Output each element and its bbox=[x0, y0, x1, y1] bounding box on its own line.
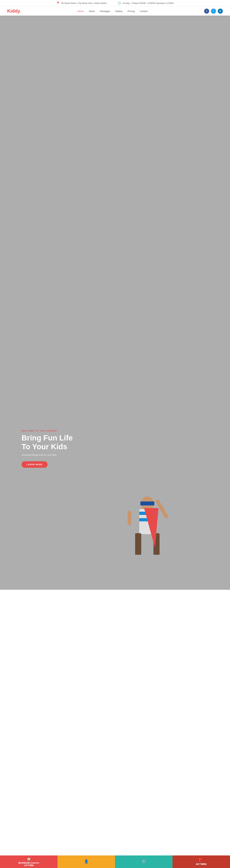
kid-arm-down bbox=[127, 511, 131, 525]
logo-dot: . bbox=[20, 8, 21, 13]
clock-icon: 🕐 bbox=[117, 1, 121, 5]
address-text: 66 Street Name, City Name here, United S… bbox=[61, 2, 107, 4]
superhero-area bbox=[119, 428, 176, 590]
logo-text: Kiddy bbox=[7, 8, 20, 13]
hero-section: WELCOME TO THE KIDZONE Bring Fun Life To… bbox=[0, 16, 230, 590]
kid-figure bbox=[131, 496, 164, 590]
linkedin-icon[interactable]: in bbox=[218, 9, 223, 13]
settings-icon: ⚙️ bbox=[142, 859, 146, 864]
cape bbox=[144, 508, 159, 548]
bottom-bar: 🏠 我们的地址是Companies/公司 IT/网络 👤 ⚙️ 🚩 相关下载网站 bbox=[0, 856, 230, 868]
kid-mask bbox=[140, 501, 154, 505]
nav-contact[interactable]: Contact bbox=[140, 9, 148, 13]
logo[interactable]: Kiddy. bbox=[7, 8, 21, 14]
hero-subtitle: WELCOME TO THE KIDZONE bbox=[22, 430, 79, 432]
bottom-bar-user[interactable]: 👤 bbox=[57, 856, 115, 868]
location-icon: 📍 bbox=[56, 1, 60, 5]
bottom-bar-download-label: 相关下载网站 bbox=[196, 863, 207, 866]
nav-home[interactable]: Home bbox=[78, 9, 84, 13]
navbar: Kiddy. Home About Packages Gallery Prici… bbox=[0, 6, 230, 16]
bottom-bar-home-label: 我们的地址是Companies/公司 IT/网络 bbox=[18, 862, 39, 867]
hero-description: Amazing Playground for your kids bbox=[22, 454, 79, 456]
nav-links: Home About Packages Gallery Pricing Cont… bbox=[78, 9, 148, 13]
address-info: 📍 66 Street Name, City Name here, United… bbox=[56, 1, 107, 5]
kid-leg-left bbox=[135, 533, 141, 555]
bottom-bar-settings[interactable]: ⚙️ bbox=[115, 856, 173, 868]
bottom-bar-download[interactable]: 🚩 相关下载网站 bbox=[173, 856, 230, 868]
learn-more-button[interactable]: LEARN MORE bbox=[22, 461, 48, 468]
twitter-icon[interactable]: t bbox=[211, 9, 216, 13]
nav-about[interactable]: About bbox=[89, 9, 95, 13]
nav-social: f t in bbox=[204, 9, 223, 13]
hours-info: 🕐 Sunday - Friday 9:00AM - 6:00PM Saturd… bbox=[117, 1, 174, 5]
nav-packages[interactable]: Packages bbox=[100, 9, 110, 13]
home-icon: 🏠 bbox=[27, 857, 31, 861]
hero-overlay bbox=[0, 16, 230, 590]
hero-title: Bring Fun Life To Your Kids bbox=[22, 434, 79, 451]
bottom-bar-home[interactable]: 🏠 我们的地址是Companies/公司 IT/网络 bbox=[0, 856, 57, 868]
nav-pricing[interactable]: Pricing bbox=[127, 9, 135, 13]
kid-fist bbox=[155, 499, 160, 504]
flag-icon: 🚩 bbox=[199, 858, 204, 862]
facebook-icon[interactable]: f bbox=[204, 9, 209, 13]
user-icon: 👤 bbox=[84, 859, 89, 864]
hours-text: Sunday - Friday 9:00AM - 6:00PM Saturday… bbox=[122, 2, 174, 4]
hero-text-block: WELCOME TO THE KIDZONE Bring Fun Life To… bbox=[22, 430, 79, 468]
top-bar: 📍 66 Street Name, City Name here, United… bbox=[0, 0, 230, 6]
nav-gallery[interactable]: Gallery bbox=[115, 9, 122, 13]
